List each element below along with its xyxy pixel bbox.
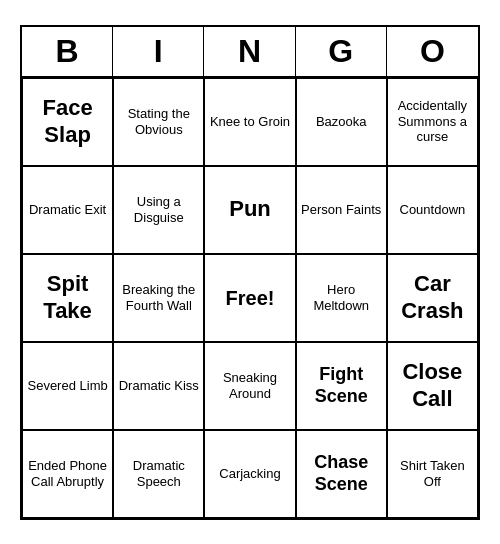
- bingo-cell-7[interactable]: Pun: [204, 166, 295, 254]
- bingo-cell-13[interactable]: Hero Meltdown: [296, 254, 387, 342]
- bingo-cell-10[interactable]: Spit Take: [22, 254, 113, 342]
- bingo-grid: Face SlapStating the ObviousKnee to Groi…: [22, 78, 478, 518]
- bingo-cell-24[interactable]: Shirt Taken Off: [387, 430, 478, 518]
- bingo-letter-o: O: [387, 27, 478, 76]
- bingo-cell-16[interactable]: Dramatic Kiss: [113, 342, 204, 430]
- bingo-cell-18[interactable]: Fight Scene: [296, 342, 387, 430]
- bingo-cell-9[interactable]: Countdown: [387, 166, 478, 254]
- bingo-cell-6[interactable]: Using a Disguise: [113, 166, 204, 254]
- bingo-cell-4[interactable]: Accidentally Summons a curse: [387, 78, 478, 166]
- bingo-letter-b: B: [22, 27, 113, 76]
- bingo-cell-22[interactable]: Carjacking: [204, 430, 295, 518]
- bingo-cell-17[interactable]: Sneaking Around: [204, 342, 295, 430]
- bingo-cell-2[interactable]: Knee to Groin: [204, 78, 295, 166]
- bingo-cell-1[interactable]: Stating the Obvious: [113, 78, 204, 166]
- bingo-cell-5[interactable]: Dramatic Exit: [22, 166, 113, 254]
- bingo-letter-n: N: [204, 27, 295, 76]
- bingo-cell-14[interactable]: Car Crash: [387, 254, 478, 342]
- bingo-cell-23[interactable]: Chase Scene: [296, 430, 387, 518]
- bingo-cell-11[interactable]: Breaking the Fourth Wall: [113, 254, 204, 342]
- bingo-cell-21[interactable]: Dramatic Speech: [113, 430, 204, 518]
- bingo-cell-3[interactable]: Bazooka: [296, 78, 387, 166]
- bingo-cell-0[interactable]: Face Slap: [22, 78, 113, 166]
- bingo-cell-15[interactable]: Severed Limb: [22, 342, 113, 430]
- bingo-letter-g: G: [296, 27, 387, 76]
- bingo-letter-i: I: [113, 27, 204, 76]
- bingo-header: BINGO: [22, 27, 478, 78]
- bingo-cell-8[interactable]: Person Faints: [296, 166, 387, 254]
- bingo-card: BINGO Face SlapStating the ObviousKnee t…: [20, 25, 480, 520]
- bingo-cell-19[interactable]: Close Call: [387, 342, 478, 430]
- bingo-cell-20[interactable]: Ended Phone Call Abruptly: [22, 430, 113, 518]
- bingo-cell-12[interactable]: Free!: [204, 254, 295, 342]
